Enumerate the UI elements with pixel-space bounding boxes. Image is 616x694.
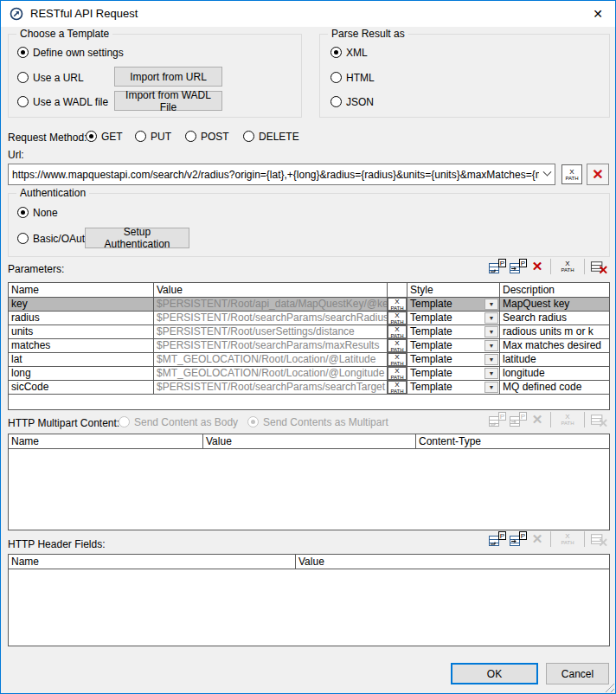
style-value: Template [410, 381, 452, 394]
delete-all-rows-icon [590, 411, 608, 428]
style-value: Template [410, 298, 452, 311]
radio-html[interactable]: HTML [330, 71, 375, 84]
url-value[interactable]: https://www.mapquestapi.com/search/v2/ra… [9, 169, 539, 181]
toolbar-separator [584, 412, 585, 427]
parameter-row-matches[interactable]: matches $PERSISTENT/Root/searchParams/ma… [9, 339, 609, 353]
column-header-value[interactable]: Value [296, 555, 609, 569]
parameters-table-header: Name Value Style Description [9, 283, 609, 298]
style-value: Template [410, 353, 452, 366]
radio-send-content-as-body: Send Content as Body [119, 415, 238, 428]
header-fields-table: Name Value [8, 554, 610, 646]
style-dropdown-icon[interactable]: ▼ [484, 382, 498, 393]
radio-dot [17, 207, 29, 218]
parameters-toolbar: P P ✕ X PATH [488, 257, 608, 276]
radio-dot [185, 131, 196, 142]
import-from-url-button[interactable]: Import from URL [114, 67, 222, 87]
row-xpath-button[interactable]: XPATH [388, 325, 407, 338]
svg-text:P: P [500, 413, 504, 421]
radio-dot [135, 131, 146, 142]
delete-all-rows-icon [590, 530, 608, 548]
radio-delete[interactable]: DELETE [243, 130, 299, 143]
parameter-row-sicCode[interactable]: sicCode $PERSISTENT/Root/searchParams/se… [9, 381, 609, 395]
ok-button[interactable]: OK [451, 663, 538, 684]
radio-auth-basic-oauth[interactable]: Basic/OAuth [17, 232, 91, 245]
close-icon[interactable]: ✕ [581, 1, 615, 27]
column-header-name[interactable]: Name [9, 283, 154, 297]
radio-put[interactable]: PUT [135, 130, 171, 143]
setup-authentication-button[interactable]: Setup Authentication [85, 228, 189, 248]
parse-result-label: Parse Result as [328, 28, 408, 40]
style-dropdown-icon[interactable]: ▼ [484, 368, 498, 379]
insert-row-icon: P [509, 411, 527, 428]
parameter-row-radius[interactable]: radius $PERSISTENT/Root/searchParams/sea… [9, 312, 609, 325]
radio-dot [119, 416, 130, 427]
parameter-row-long[interactable]: long $MT_GEOLOCATION/Root/Location/@Long… [9, 367, 609, 381]
svg-text:P: P [500, 532, 504, 540]
delete-row-icon[interactable]: ✕ [529, 258, 545, 275]
style-value: Template [410, 367, 452, 380]
svg-text:P: P [521, 413, 525, 421]
cancel-button[interactable]: Cancel [546, 663, 609, 684]
choose-template-label: Choose a Template [16, 28, 112, 40]
row-xpath-button[interactable]: XPATH [388, 367, 407, 380]
insert-row-icon[interactable]: P [509, 258, 527, 275]
style-dropdown-icon[interactable]: ▼ [484, 299, 498, 310]
style-dropdown-icon[interactable]: ▼ [484, 312, 498, 324]
restful-api-request-dialog: RESTful API Request ✕ Choose a Template … [0, 0, 616, 694]
request-method-label: Request Method: [8, 132, 87, 144]
row-xpath-button[interactable]: XPATH [388, 353, 407, 366]
restful-request-icon [10, 7, 23, 21]
append-row-icon[interactable]: P [488, 530, 506, 548]
column-header-style[interactable]: Style [407, 283, 500, 297]
multipart-toolbar: P P ✕ X PATH [488, 410, 608, 429]
choose-template-group: Choose a Template Define own settings Us… [8, 34, 302, 118]
column-header-content-type[interactable]: Content-Type [416, 434, 609, 448]
parameter-row-lat[interactable]: lat $MT_GEOLOCATION/Root/Location/@Latit… [9, 353, 609, 367]
parameters-table: Name Value Style Description key $PERSIS… [8, 282, 610, 410]
delete-all-rows-icon[interactable] [590, 258, 608, 275]
url-xpath-button[interactable]: X PATH [561, 164, 582, 184]
style-dropdown-icon[interactable]: ▼ [484, 326, 498, 337]
column-header-value[interactable]: Value [203, 434, 416, 448]
insert-row-icon[interactable]: P [509, 530, 527, 548]
column-header-name[interactable]: Name [9, 434, 203, 448]
toolbar-separator [584, 259, 585, 274]
style-dropdown-icon[interactable]: ▼ [484, 340, 498, 351]
column-header-value[interactable]: Value [154, 283, 388, 297]
radio-post[interactable]: POST [185, 130, 229, 143]
radio-dot [86, 131, 97, 142]
authentication-group: Authentication None Basic/OAuth Setup Au… [8, 193, 610, 257]
row-xpath-button[interactable]: XPATH [388, 312, 407, 325]
authentication-label: Authentication [16, 187, 89, 199]
toolbar-separator [550, 531, 551, 547]
chevron-down-icon[interactable] [539, 164, 555, 184]
column-header-description[interactable]: Description [500, 283, 609, 297]
radio-use-a-url[interactable]: Use a URL [17, 71, 84, 84]
column-header-name[interactable]: Name [9, 555, 296, 569]
radio-get[interactable]: GET [86, 130, 123, 143]
parameters-label: Parameters: [8, 263, 64, 275]
radio-auth-none[interactable]: None [17, 206, 58, 219]
radio-json[interactable]: JSON [330, 95, 374, 108]
radio-use-a-wadl-file[interactable]: Use a WADL file [17, 95, 108, 108]
url-combobox[interactable]: https://www.mapquestapi.com/search/v2/ra… [8, 164, 555, 185]
column-header-xpath[interactable] [388, 283, 407, 297]
style-dropdown-icon[interactable]: ▼ [484, 354, 498, 365]
svg-text:P: P [500, 260, 504, 267]
parameter-row-key[interactable]: key $PERSISTENT/Root/api_data/MapQuestKe… [9, 298, 609, 312]
multipart-table: Name Value Content-Type [8, 434, 610, 530]
import-from-wadl-button[interactable]: Import from WADL File [114, 91, 222, 111]
radio-xml[interactable]: XML [330, 46, 368, 59]
xpath-icon[interactable]: X PATH [556, 258, 579, 275]
row-xpath-button[interactable]: XPATH [388, 298, 407, 311]
title-bar: RESTful API Request ✕ [1, 1, 615, 27]
parameter-row-units[interactable]: units $PERSISTENT/Root/userSettings/dist… [9, 325, 609, 339]
delete-row-icon: ✕ [529, 530, 545, 548]
row-xpath-button[interactable]: XPATH [388, 339, 407, 352]
row-xpath-button[interactable]: XPATH [388, 381, 407, 394]
xpath-icon: X PATH [556, 530, 579, 548]
url-clear-button[interactable]: ✕ [587, 164, 609, 185]
radio-define-own-settings[interactable]: Define own settings [17, 46, 124, 59]
append-row-icon[interactable]: P [488, 258, 506, 275]
style-value: Template [410, 339, 452, 352]
